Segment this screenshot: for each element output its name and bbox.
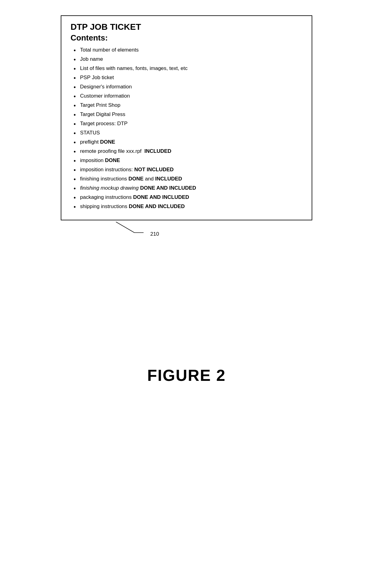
bullet-icon: • xyxy=(74,56,76,64)
bullet-icon: • xyxy=(74,74,76,82)
item-text: List of files with names, fonts, images,… xyxy=(80,65,302,72)
list-item: • imposition instructions: NOT INCLUDED xyxy=(71,166,302,174)
item-text: imposition DONE xyxy=(80,157,302,164)
callout-number: 210 xyxy=(150,231,159,237)
ticket-box: DTP JOB TICKET Contents: • Total number … xyxy=(61,15,312,220)
bullet-icon: • xyxy=(74,120,76,128)
list-item: • remote proofing file xxx.rpf INCLUDED xyxy=(71,148,302,156)
list-item: • Total number of elements xyxy=(71,46,302,54)
ticket-title: DTP JOB TICKET xyxy=(71,22,302,32)
bullet-icon: • xyxy=(74,138,76,146)
list-item: • preflight DONE xyxy=(71,138,302,146)
list-item: • Target Print Shop xyxy=(71,102,302,110)
bullet-icon: • xyxy=(74,83,76,91)
item-text: STATUS xyxy=(80,129,302,137)
list-item: • finishing instructions DONE and INCLUD… xyxy=(71,175,302,183)
item-text: Target Digital Press xyxy=(80,111,302,118)
bullet-icon: • xyxy=(74,194,76,202)
bullet-icon: • xyxy=(74,46,76,54)
item-text: Target Print Shop xyxy=(80,102,302,109)
item-text: finishing instructions DONE and INCLUDED xyxy=(80,175,302,183)
item-text: Total number of elements xyxy=(80,46,302,54)
item-text: Customer information xyxy=(80,92,302,100)
bullet-icon: • xyxy=(74,175,76,183)
bullet-icon: • xyxy=(74,148,76,156)
callout-container: 210 xyxy=(61,220,312,237)
list-item: • shipping instructions DONE AND INCLUDE… xyxy=(71,203,302,211)
bullet-icon: • xyxy=(74,65,76,73)
list-item: • Target process: DTP xyxy=(71,120,302,128)
list-item: • Target Digital Press xyxy=(71,111,302,119)
item-text: remote proofing file xxx.rpf INCLUDED xyxy=(80,148,302,155)
list-item: • Designer's information xyxy=(71,83,302,91)
item-text: Target process: DTP xyxy=(80,120,302,127)
ticket-list: • Total number of elements • Job name • … xyxy=(71,46,302,211)
list-item: • imposition DONE xyxy=(71,157,302,165)
bullet-icon: • xyxy=(74,129,76,137)
bullet-icon: • xyxy=(74,92,76,100)
bullet-icon: • xyxy=(74,203,76,211)
list-item: • List of files with names, fonts, image… xyxy=(71,65,302,73)
bullet-icon: • xyxy=(74,102,76,110)
svg-line-0 xyxy=(116,222,134,233)
item-text: Designer's information xyxy=(80,83,302,91)
item-text: finishing mockup drawing DONE AND INCLUD… xyxy=(80,184,302,192)
item-text: preflight DONE xyxy=(80,138,302,146)
bullet-icon: • xyxy=(74,111,76,119)
item-text: shipping instructions DONE AND INCLUDED xyxy=(80,203,302,210)
list-item: • PSP Job ticket xyxy=(71,74,302,82)
bullet-icon: • xyxy=(74,166,76,174)
ticket-contents-label: Contents: xyxy=(71,33,302,43)
item-text: Job name xyxy=(80,56,302,63)
page-container: DTP JOB TICKET Contents: • Total number … xyxy=(0,0,373,588)
list-item: • STATUS xyxy=(71,129,302,137)
item-text: imposition instructions: NOT INCLUDED xyxy=(80,166,302,173)
list-item: • packaging instructions DONE AND INCLUD… xyxy=(71,194,302,202)
list-item: • Customer information xyxy=(71,92,302,100)
bullet-icon: • xyxy=(74,184,76,192)
bullet-icon: • xyxy=(74,157,76,165)
list-item: • finishing mockup drawing DONE AND INCL… xyxy=(71,184,302,192)
item-text: packaging instructions DONE AND INCLUDED xyxy=(80,194,302,201)
list-item: • Job name xyxy=(71,56,302,64)
figure-caption: FIGURE 2 xyxy=(147,366,226,385)
item-text: PSP Job ticket xyxy=(80,74,302,81)
